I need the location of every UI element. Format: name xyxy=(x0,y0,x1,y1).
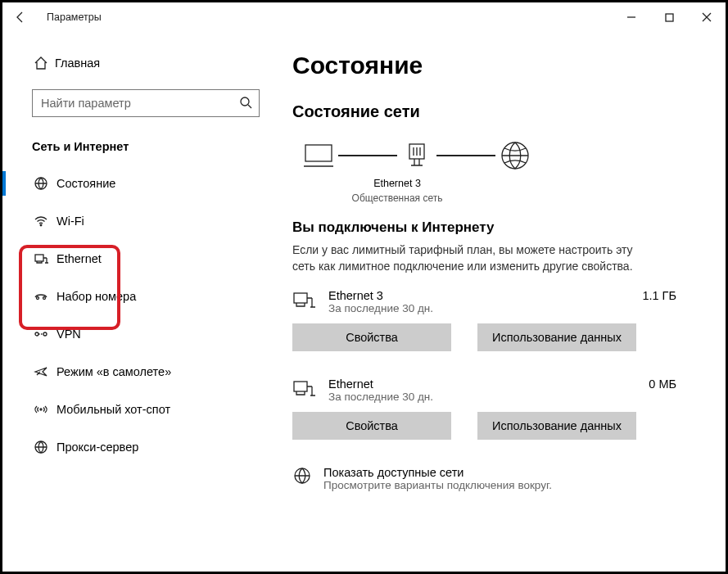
connection-name: Ethernet xyxy=(328,377,649,391)
back-button[interactable] xyxy=(14,11,32,24)
sidebar-item-status[interactable]: Состояние xyxy=(2,165,266,202)
sidebar-item-ethernet[interactable]: Ethernet xyxy=(2,240,266,278)
nav-label: Прокси-сервер xyxy=(57,441,138,454)
window-title: Параметры xyxy=(47,11,102,23)
connection-usage: 0 МБ xyxy=(649,377,712,391)
connection-name: Ethernet 3 xyxy=(328,289,642,302)
ethernet-icon xyxy=(292,289,328,315)
network-diagram xyxy=(299,139,712,172)
nav-label: Режим «в самолете» xyxy=(57,365,171,378)
sidebar-item-vpn[interactable]: VPN xyxy=(2,315,266,353)
svg-point-8 xyxy=(43,332,47,336)
svg-point-9 xyxy=(40,409,42,410)
svg-point-5 xyxy=(37,297,39,300)
home-link[interactable]: Главная xyxy=(2,48,266,78)
nav-label: Wi-Fi xyxy=(57,215,84,228)
minimize-button[interactable] xyxy=(613,4,650,30)
dialup-icon xyxy=(34,289,57,304)
sidebar: Главная Найти параметр Сеть и Интернет С… xyxy=(2,32,266,572)
proxy-icon xyxy=(34,440,57,454)
sidebar-item-wifi[interactable]: Wi-Fi xyxy=(2,202,266,240)
show-networks-link[interactable]: Показать доступные сети Просмотрите вари… xyxy=(292,466,712,491)
router-icon xyxy=(397,139,436,172)
connection-row: Ethernet 3 За последние 30 дн. 1.1 ГБ xyxy=(292,289,712,315)
search-icon xyxy=(239,96,252,111)
svg-rect-0 xyxy=(666,14,673,21)
page-title: Состояние xyxy=(292,52,712,79)
svg-point-7 xyxy=(35,332,38,336)
svg-point-3 xyxy=(40,224,42,226)
settings-window: Параметры Главная Найти параметр Сеть и … xyxy=(0,0,728,574)
wifi-icon xyxy=(34,214,57,228)
sidebar-item-hotspot[interactable]: Мобильный хот-спот xyxy=(2,391,266,428)
globe-icon xyxy=(292,466,312,491)
ethernet-icon xyxy=(34,251,57,266)
properties-button[interactable]: Свойства xyxy=(292,412,451,440)
nav-label: Ethernet xyxy=(57,252,102,265)
hotspot-icon xyxy=(34,402,57,417)
sidebar-item-airplane[interactable]: Режим «в самолете» xyxy=(2,353,266,391)
home-label: Главная xyxy=(55,56,100,70)
connected-description: Если у вас лимитный тарифный план, вы мо… xyxy=(292,242,636,274)
data-usage-button[interactable]: Использование данных xyxy=(477,323,636,351)
nav-label: Мобильный хот-спот xyxy=(57,403,170,416)
diagram-network-type: Общественная сеть xyxy=(283,192,512,206)
show-networks-sub: Просмотрите варианты подключения вокруг. xyxy=(323,479,552,491)
maximize-button[interactable] xyxy=(650,4,688,30)
titlebar: Параметры xyxy=(2,2,726,32)
properties-button[interactable]: Свойства xyxy=(292,323,451,351)
pc-icon xyxy=(299,139,338,172)
data-usage-button[interactable]: Использование данных xyxy=(477,412,636,440)
diagram-caption: Ethernet 3 Общественная сеть xyxy=(283,177,512,205)
connected-heading: Вы подключены к Интернету xyxy=(292,219,712,236)
content-pane: Состояние Состояние сети Ethernet 3 Обще… xyxy=(266,32,726,572)
svg-point-6 xyxy=(43,297,46,300)
internet-icon xyxy=(495,139,535,172)
nav-label: Набор номера xyxy=(57,290,136,303)
sidebar-item-dialup[interactable]: Набор номера xyxy=(2,278,266,315)
connection-period: За последние 30 дн. xyxy=(328,391,649,403)
nav-label: VPN xyxy=(57,328,81,341)
section-heading: Состояние сети xyxy=(292,102,712,121)
search-input[interactable]: Найти параметр xyxy=(32,89,260,117)
home-icon xyxy=(34,56,55,70)
show-networks-title: Показать доступные сети xyxy=(323,466,552,479)
diagram-network-name: Ethernet 3 xyxy=(283,177,512,192)
nav-label: Состояние xyxy=(57,177,115,190)
svg-rect-15 xyxy=(294,382,307,391)
category-title: Сеть и Интернет xyxy=(32,140,266,153)
sidebar-item-proxy[interactable]: Прокси-сервер xyxy=(2,428,266,466)
connection-period: За последние 30 дн. xyxy=(328,302,642,314)
globe-icon xyxy=(34,176,57,191)
connection-row: Ethernet За последние 30 дн. 0 МБ xyxy=(292,377,712,404)
close-button[interactable] xyxy=(688,4,726,30)
connection-usage: 1.1 ГБ xyxy=(642,289,712,302)
ethernet-icon xyxy=(292,377,328,404)
svg-point-1 xyxy=(241,97,249,106)
search-placeholder: Найти параметр xyxy=(41,97,239,110)
airplane-icon xyxy=(34,364,57,379)
svg-rect-11 xyxy=(305,145,332,161)
vpn-icon xyxy=(34,327,57,341)
svg-rect-14 xyxy=(294,293,307,303)
svg-rect-4 xyxy=(35,255,43,261)
